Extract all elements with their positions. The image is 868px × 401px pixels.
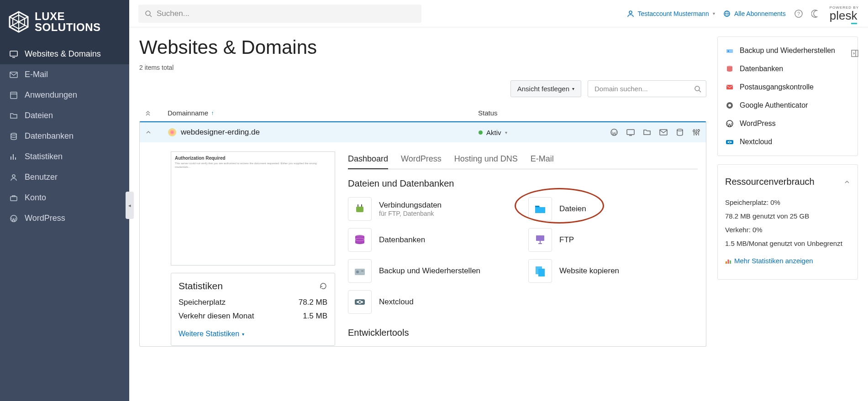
wordpress-quick-icon[interactable] (610, 128, 618, 136)
tab-email[interactable]: E-Mail (531, 151, 554, 169)
status-dot-icon (479, 130, 483, 135)
tool-copy-website[interactable]: Website kopieren (528, 259, 698, 283)
svg-rect-5 (10, 51, 17, 56)
topbar: Testaccount Mustermann ▾ Alle Abonnement… (129, 0, 868, 27)
mail-quick-icon[interactable] (659, 128, 668, 136)
settings-quick-icon[interactable] (692, 128, 700, 136)
database-small-icon (725, 64, 734, 73)
tool-databases[interactable]: Datenbanken (348, 228, 517, 252)
wordpress-small-icon (725, 119, 734, 128)
svg-rect-54 (355, 299, 365, 305)
files-quick-icon[interactable] (643, 128, 651, 136)
nav-websites-domains[interactable]: Websites & Domains (0, 44, 129, 64)
sidebar: LUXE SOLUTIONS Websites & Domains E-Mail… (0, 0, 129, 401)
domain-tabs: Dashboard WordPress Hosting und DNS E-Ma… (348, 151, 698, 169)
tool-files[interactable]: Dateien (528, 197, 698, 221)
domain-card: webdesigner-erding.de Aktiv▾ (139, 121, 706, 347)
chevron-down-icon: ▾ (572, 86, 574, 91)
tab-wordpress[interactable]: WordPress (401, 151, 442, 169)
domain-row[interactable]: webdesigner-erding.de Aktiv▾ (140, 122, 706, 142)
subscriptions-menu[interactable]: Alle Abonnements (723, 10, 786, 17)
table-header: Domainname ↑ Status (139, 104, 706, 121)
nav-konto[interactable]: Konto (0, 187, 129, 208)
svg-point-57 (361, 301, 363, 303)
refresh-stats-button[interactable] (319, 282, 327, 290)
aside-mail-control[interactable]: Postausgangskontrolle (718, 78, 857, 96)
globe-icon (723, 10, 731, 17)
preview-quick-icon[interactable] (626, 128, 635, 136)
db-quick-icon[interactable] (676, 128, 684, 136)
nav-benutzer[interactable]: Benutzer (0, 167, 129, 187)
tool-nextcloud[interactable]: Nextcloud (348, 290, 517, 314)
more-stats-link[interactable]: Weitere Statistiken▾ (179, 330, 244, 338)
site-preview[interactable]: Authorization Required This server could… (171, 151, 335, 266)
domain-status[interactable]: Aktiv▾ (479, 129, 610, 136)
global-search-input[interactable] (157, 9, 415, 18)
help-button[interactable]: ? (794, 9, 803, 18)
nav-dateien[interactable]: Dateien (0, 105, 129, 126)
svg-point-37 (693, 130, 695, 132)
theme-toggle[interactable] (811, 10, 820, 18)
svg-point-19 (629, 11, 632, 14)
view-settings-button[interactable]: Ansicht festlegen ▾ (510, 80, 581, 97)
account-icon (9, 193, 18, 203)
chevron-up-icon (145, 129, 152, 135)
more-resources-link[interactable]: Mehr Statistiken anzeigen (725, 255, 813, 266)
aside-google-auth[interactable]: Google Authenticator (718, 96, 857, 115)
search-icon (145, 10, 152, 17)
sort-asc-icon: ↑ (211, 110, 214, 116)
column-status[interactable]: Status (478, 109, 701, 117)
account-menu[interactable]: Testaccount Mustermann ▾ (627, 10, 715, 17)
collapse-all-button[interactable] (145, 110, 168, 116)
svg-point-68 (731, 141, 732, 143)
nav-wordpress[interactable]: WordPress (0, 208, 129, 229)
tool-backup[interactable]: Backup und Wiederherstellen (348, 259, 517, 283)
nav-datenbanken[interactable]: Datenbanken (0, 126, 129, 146)
nav-statistiken[interactable]: Statistiken (0, 146, 129, 167)
expand-toggle[interactable] (145, 129, 168, 135)
search-icon (694, 85, 701, 93)
svg-point-38 (695, 132, 697, 134)
domain-search-input[interactable] (593, 81, 694, 97)
svg-line-18 (150, 15, 152, 17)
svg-rect-53 (538, 269, 545, 276)
aside-nextcloud[interactable]: Nextcloud (718, 133, 857, 151)
user-icon (627, 10, 634, 17)
hexagon-logo-icon (7, 10, 30, 33)
column-domainname[interactable]: Domainname ↑ (168, 109, 478, 117)
resources-head[interactable]: Ressourcenverbrauch (718, 169, 857, 194)
section-devtools: Entwicklertools (348, 328, 698, 338)
tab-dashboard[interactable]: Dashboard (348, 151, 388, 169)
tool-connection-data[interactable]: Verbindungsdatenfür FTP, Datenbank (348, 197, 517, 221)
tool-ftp[interactable]: FTP (528, 228, 698, 252)
svg-point-59 (728, 51, 729, 52)
nav-email[interactable]: E-Mail (0, 64, 129, 85)
svg-point-63 (728, 104, 731, 107)
mail-icon (9, 70, 18, 79)
aside-wordpress[interactable]: WordPress (718, 115, 857, 133)
monitor-icon (9, 50, 18, 59)
mail-out-icon (725, 83, 734, 92)
svg-point-33 (677, 129, 683, 131)
items-total: 2 items total (139, 64, 706, 71)
svg-rect-51 (361, 271, 363, 271)
aside-databases[interactable]: Datenbanken (718, 60, 857, 78)
nav-anwendungen[interactable]: Anwendungen (0, 85, 129, 105)
svg-rect-69 (726, 261, 727, 264)
brand-line2: SOLUTIONS (35, 22, 101, 33)
chevron-up-icon (844, 179, 850, 185)
svg-rect-7 (10, 72, 17, 78)
svg-rect-65 (726, 140, 733, 144)
domain-search[interactable] (588, 80, 706, 97)
aside: Backup und Wiederherstellen Datenbanken … (717, 36, 858, 401)
domain-name: webdesigner-erding.de (181, 128, 260, 137)
aside-backup[interactable]: Backup und Wiederherstellen (718, 42, 857, 60)
sidebar-collapse-handle[interactable]: ◂ (126, 192, 134, 219)
global-search[interactable] (138, 5, 421, 23)
folder-icon (9, 111, 18, 120)
drive-icon (348, 259, 372, 283)
svg-point-27 (695, 86, 700, 91)
brand-logo[interactable]: LUXE SOLUTIONS (0, 0, 129, 44)
tab-hosting-dns[interactable]: Hosting und DNS (454, 151, 518, 169)
double-chevron-up-icon (145, 110, 151, 116)
